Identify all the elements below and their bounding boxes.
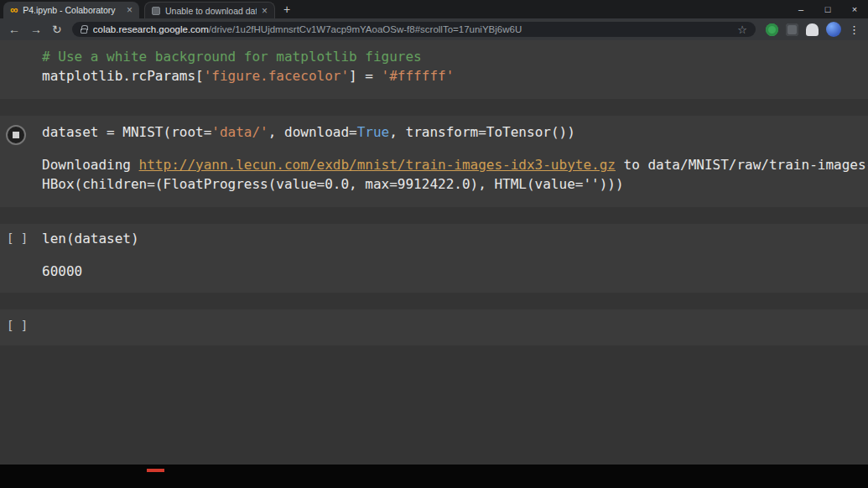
notebook-cell: [ ]len(dataset)60000: [0, 224, 868, 293]
cell-gutter: [ ]: [0, 229, 42, 281]
back-icon[interactable]: ←: [8, 23, 20, 35]
lock-icon: [81, 29, 87, 34]
maximize-button[interactable]: □: [814, 0, 841, 18]
forward-icon[interactable]: →: [30, 23, 42, 35]
code-token: , download=: [268, 124, 357, 140]
notebook-cell: # Use a white background for matplotlib …: [0, 40, 868, 99]
code-editor[interactable]: len(dataset): [42, 229, 868, 248]
footer-bar: [0, 465, 868, 488]
profile-avatar[interactable]: [826, 22, 841, 37]
tab-forum-page[interactable]: Unable to download dataset - Py ×: [144, 2, 275, 18]
cell-body: dataset = MNIST(root='data/', download=T…: [42, 122, 868, 194]
minimize-button[interactable]: –: [787, 0, 814, 18]
stop-icon: [13, 132, 19, 138]
code-token: 'data/': [211, 124, 268, 140]
cell-body: len(dataset)60000: [42, 229, 868, 281]
code-line: [42, 316, 868, 335]
output-line: HBox(children=(FloatProgress(value=0.0, …: [42, 174, 868, 194]
code-token: Downloading: [42, 157, 139, 173]
output-line: 60000: [42, 262, 868, 281]
code-token: to data/MNIST/raw/train-images-i: [616, 157, 868, 173]
tab-close-icon[interactable]: ×: [127, 5, 133, 15]
extension-icon[interactable]: [786, 23, 798, 36]
extension-icon-green[interactable]: [766, 23, 778, 36]
extension-icon-ghost[interactable]: [806, 23, 819, 36]
code-token: HBox(children=(FloatProgress(value=0.0, …: [42, 176, 624, 192]
page-favicon-icon: [152, 7, 160, 15]
tab-close-icon[interactable]: ×: [262, 6, 268, 16]
code-token: ] =: [349, 68, 382, 84]
bookmark-star-icon[interactable]: ☆: [737, 23, 747, 36]
cell-gutter: [0, 122, 42, 194]
browser-tab-strip: ∞ P4.ipynb - Colaboratory × Unable to do…: [0, 0, 868, 18]
cell-gutter: [ ]: [0, 316, 42, 335]
output-line: Downloading http://yann.lecun.com/exdb/m…: [42, 155, 868, 174]
code-token: , transform=ToTensor()): [389, 124, 575, 140]
code-token: True: [357, 124, 390, 140]
reload-icon[interactable]: ↻: [52, 23, 62, 35]
notebook-cell: [ ]: [0, 309, 868, 345]
cell-output: Downloading http://yann.lecun.com/exdb/m…: [42, 155, 868, 194]
tab-colab-notebook[interactable]: ∞ P4.ipynb - Colaboratory ×: [3, 2, 139, 18]
browser-menu-icon[interactable]: ⋮: [849, 23, 860, 36]
cell-output: 60000: [42, 262, 868, 281]
code-line: matplotlib.rcParams['figure.facecolor'] …: [42, 66, 868, 86]
notebook-cell: dataset = MNIST(root='data/', download=T…: [0, 116, 868, 207]
tab-title: Unable to download dataset - Py: [165, 6, 257, 16]
code-line: len(dataset): [42, 229, 868, 248]
cell-run-indicator[interactable]: [ ]: [0, 229, 28, 248]
code-editor[interactable]: dataset = MNIST(root='data/', download=T…: [42, 122, 868, 142]
browser-toolbar: ← → ↻ colab.research.google.com/drive/1u…: [0, 18, 868, 40]
cell-run-indicator[interactable]: [ ]: [0, 316, 28, 335]
window-controls: – □ ×: [787, 0, 868, 18]
url-path: /drive/1u2fHUjdmnsrtCv1W7acp9mYAoaOSw-f8…: [209, 24, 522, 34]
close-window-button[interactable]: ×: [841, 0, 868, 18]
new-tab-button[interactable]: +: [283, 3, 290, 16]
extensions-area: ⋮: [766, 22, 860, 37]
cell-body: [42, 316, 868, 335]
cell-gutter: [0, 47, 42, 86]
code-token: '#ffffff': [382, 68, 455, 84]
tab-title: P4.ipynb - Colaboratory: [23, 5, 122, 15]
footer-accent: [147, 469, 164, 472]
code-token: 'figure.facecolor': [204, 68, 349, 84]
cell-stop-button[interactable]: [6, 125, 26, 145]
code-editor[interactable]: # Use a white background for matplotlib …: [42, 47, 868, 86]
code-token: # Use a white background for matplotlib …: [42, 49, 422, 65]
url-domain: colab.research.google.com: [93, 24, 209, 34]
code-line: dataset = MNIST(root='data/', download=T…: [42, 122, 868, 142]
notebook-content: # Use a white background for matplotlib …: [0, 40, 868, 465]
cell-body: # Use a white background for matplotlib …: [42, 47, 868, 86]
code-token: 60000: [42, 263, 82, 279]
colab-favicon-icon: ∞: [10, 5, 18, 15]
output-link[interactable]: http://yann.lecun.com/exdb/mnist/train-i…: [139, 157, 616, 173]
code-token: matplotlib.rcParams[: [42, 68, 204, 84]
code-token: len(dataset): [42, 231, 139, 247]
code-token: dataset = MNIST(root=: [42, 124, 211, 140]
address-bar[interactable]: colab.research.google.com/drive/1u2fHUjd…: [72, 22, 756, 37]
code-line: # Use a white background for matplotlib …: [42, 47, 868, 66]
url-text: colab.research.google.com/drive/1u2fHUjd…: [93, 24, 732, 34]
code-editor[interactable]: [42, 316, 868, 335]
